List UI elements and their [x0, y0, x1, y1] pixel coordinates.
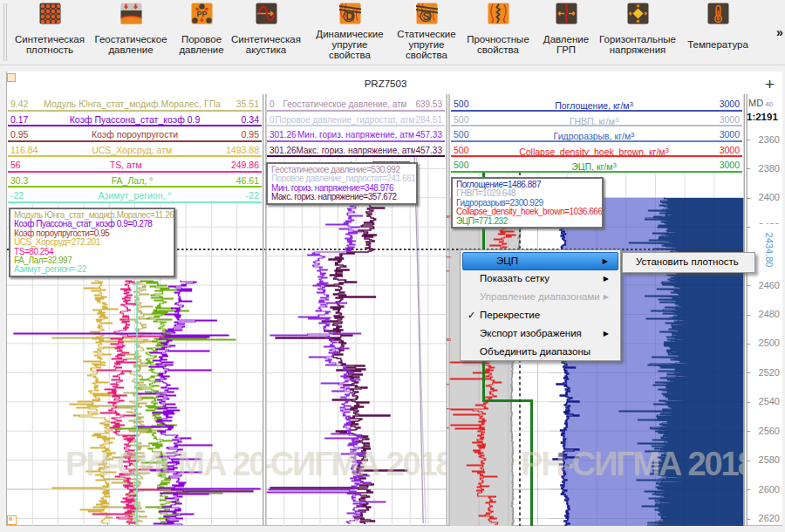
svg-text:РН-СИГМА 2018: РН-СИГМА 2018: [65, 446, 299, 482]
svg-text:РН-СИГМА 2018: РН-СИГМА 2018: [521, 446, 754, 482]
